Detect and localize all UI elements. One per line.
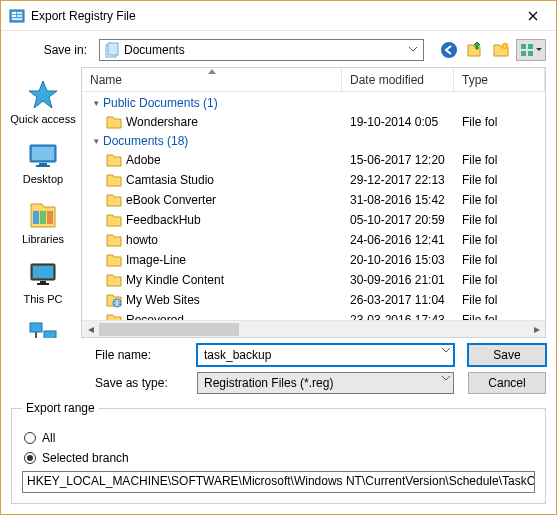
svg-rect-7: [108, 43, 118, 55]
horizontal-scrollbar[interactable]: ◂ ▸: [82, 320, 545, 337]
svg-rect-15: [32, 147, 54, 160]
file-date: 24-06-2016 12:41: [350, 233, 462, 247]
filename-label: File name:: [95, 348, 191, 362]
file-date: 29-12-2017 22:13: [350, 173, 462, 187]
file-type: File fol: [462, 273, 545, 287]
file-name: Wondershare: [126, 115, 350, 129]
branch-path-input[interactable]: HKEY_LOCAL_MACHINE\SOFTWARE\Microsoft\Wi…: [22, 471, 535, 493]
folder-icon: [106, 312, 122, 320]
file-name: My Kindle Content: [126, 273, 350, 287]
file-date: 30-09-2016 21:01: [350, 273, 462, 287]
place-label: Quick access: [10, 113, 75, 125]
saveastype-label: Save as type:: [95, 376, 191, 390]
savein-value: Documents: [124, 43, 185, 57]
scroll-left-arrow[interactable]: ◂: [82, 321, 99, 338]
place-desktop[interactable]: Desktop: [8, 133, 78, 191]
file-type: File fol: [462, 173, 545, 187]
chevron-down-icon: [405, 42, 421, 58]
file-date: 31-08-2016 15:42: [350, 193, 462, 207]
place-network[interactable]: Network: [8, 313, 78, 338]
file-type: File fol: [462, 193, 545, 207]
svg-rect-19: [40, 211, 46, 224]
place-libraries[interactable]: Libraries: [8, 193, 78, 251]
new-folder-button[interactable]: [490, 39, 512, 61]
svg-rect-16: [39, 163, 47, 165]
savein-label: Save in:: [11, 43, 93, 57]
file-name: eBook Converter: [126, 193, 350, 207]
up-one-level-button[interactable]: [464, 39, 486, 61]
folder-icon: [106, 114, 122, 130]
file-type: File fol: [462, 293, 545, 307]
documents-icon: [104, 42, 120, 58]
file-list-body[interactable]: Public Documents (1)Wondershare19-10-201…: [82, 92, 545, 320]
file-row[interactable]: howto24-06-2016 12:41File fol: [82, 230, 545, 250]
file-row[interactable]: FeedbackHub05-10-2017 20:59File fol: [82, 210, 545, 230]
file-name: Recovered: [126, 313, 350, 320]
scroll-right-arrow[interactable]: ▸: [528, 321, 545, 338]
file-row[interactable]: Adobe15-06-2017 12:20File fol: [82, 150, 545, 170]
svg-rect-25: [30, 323, 42, 332]
view-icon: [520, 43, 534, 57]
close-button[interactable]: [510, 1, 556, 31]
radio-selected-branch[interactable]: Selected branch: [24, 451, 535, 465]
file-name: Adobe: [126, 153, 350, 167]
file-date: 05-10-2017 20:59: [350, 213, 462, 227]
svg-rect-4: [17, 15, 22, 17]
titlebar: Export Registry File: [1, 1, 556, 31]
radio-all[interactable]: All: [24, 431, 535, 445]
desktop-icon: [27, 139, 59, 171]
file-row[interactable]: Recovered23-03-2016 17:43File fol: [82, 310, 545, 320]
svg-rect-5: [12, 18, 22, 20]
svg-rect-17: [36, 165, 50, 167]
filename-input[interactable]: task_backup: [197, 344, 454, 366]
folder-icon: [106, 232, 122, 248]
svg-rect-18: [33, 211, 39, 224]
svg-rect-20: [47, 211, 53, 224]
scroll-thumb[interactable]: [99, 323, 239, 336]
save-button[interactable]: Save: [468, 344, 546, 366]
svg-rect-22: [33, 266, 53, 278]
file-row[interactable]: Camtasia Studio29-12-2017 22:13File fol: [82, 170, 545, 190]
export-registry-dialog: Export Registry File Save in: Documents: [0, 0, 557, 515]
window-title: Export Registry File: [31, 9, 510, 23]
column-name[interactable]: Name: [82, 68, 342, 91]
file-row[interactable]: My Web Sites26-03-2017 11:04File fol: [82, 290, 545, 310]
group-header[interactable]: Documents (18): [82, 132, 545, 150]
chevron-down-icon: [536, 48, 542, 52]
file-date: 23-03-2016 17:43: [350, 313, 462, 320]
file-type: File fol: [462, 153, 545, 167]
svg-rect-24: [37, 283, 49, 285]
file-type: File fol: [462, 213, 545, 227]
folder-icon: [106, 272, 122, 288]
savein-row: Save in: Documents: [1, 31, 556, 67]
folder-icon: [106, 292, 122, 308]
svg-rect-1: [12, 12, 16, 14]
export-range-legend: Export range: [22, 401, 99, 415]
export-range-group: Export range All Selected branch HKEY_LO…: [11, 408, 546, 504]
column-type[interactable]: Type: [454, 68, 545, 91]
savein-combo[interactable]: Documents: [99, 39, 424, 61]
file-type: File fol: [462, 115, 545, 129]
file-row[interactable]: Wondershare19-10-2014 0:05File fol: [82, 112, 545, 132]
place-quick-access[interactable]: Quick access: [8, 73, 78, 131]
svg-rect-12: [521, 51, 526, 56]
file-list: Name Date modified Type Public Documents…: [81, 67, 546, 338]
cancel-button[interactable]: Cancel: [468, 372, 546, 394]
view-menu-button[interactable]: [516, 39, 546, 61]
saveastype-combo[interactable]: Registration Files (*.reg): [197, 372, 454, 394]
back-button[interactable]: [438, 39, 460, 61]
column-headers: Name Date modified Type: [82, 68, 545, 92]
column-date[interactable]: Date modified: [342, 68, 454, 91]
group-header[interactable]: Public Documents (1): [82, 94, 545, 112]
places-bar: Quick access Desktop Libraries This PC N…: [5, 67, 81, 338]
file-row[interactable]: My Kindle Content30-09-2016 21:01File fo…: [82, 270, 545, 290]
file-type: File fol: [462, 313, 545, 320]
file-row[interactable]: Image-Line20-10-2016 15:03File fol: [82, 250, 545, 270]
radio-icon: [24, 432, 36, 444]
folder-icon: [106, 152, 122, 168]
file-row[interactable]: eBook Converter31-08-2016 15:42File fol: [82, 190, 545, 210]
svg-rect-11: [528, 44, 533, 49]
place-this-pc[interactable]: This PC: [8, 253, 78, 311]
file-type: File fol: [462, 233, 545, 247]
chevron-down-icon: [442, 376, 450, 382]
